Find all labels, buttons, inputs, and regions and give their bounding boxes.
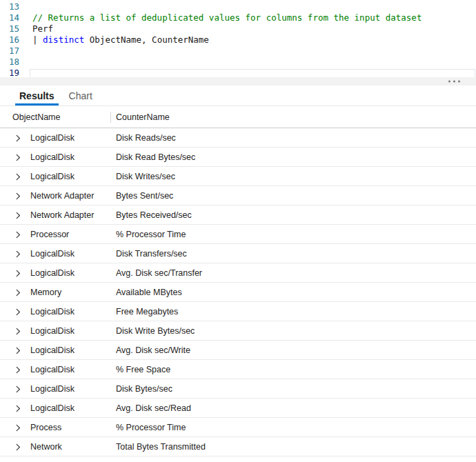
cell-objectname: LogicalDisk <box>30 268 110 278</box>
code-line[interactable]: 14 // Returns a list of deduplicated val… <box>0 12 476 23</box>
cell-objectname: LogicalDisk <box>30 249 110 259</box>
grip-dots-icon <box>448 81 460 83</box>
cell-countername: Avg. Disk sec/Transfer <box>116 268 476 278</box>
expand-chevron-icon[interactable] <box>11 421 25 434</box>
tab-chart[interactable]: Chart <box>65 86 97 106</box>
expand-chevron-icon[interactable] <box>11 305 25 319</box>
table-row[interactable]: LogicalDisk Disk Writes/sec <box>0 167 476 186</box>
cell-objectname: LogicalDisk <box>30 365 110 374</box>
cell-countername: Avg. Disk sec/Read <box>116 403 476 413</box>
table-row[interactable]: LogicalDisk Disk Read Bytes/sec <box>0 148 476 167</box>
tab-results[interactable]: Results <box>15 86 59 106</box>
cell-countername: Available MBytes <box>116 288 476 297</box>
line-number: 15 <box>0 23 19 34</box>
expand-chevron-icon[interactable] <box>11 382 25 396</box>
cell-objectname: Network Adapter <box>30 210 110 220</box>
table-row[interactable]: Network Adapter Bytes Sent/sec <box>0 186 476 205</box>
cell-countername: Free Megabytes <box>116 307 476 317</box>
cell-countername: % Free Space <box>116 365 476 374</box>
line-number: 16 <box>0 34 19 46</box>
code-line[interactable]: 13 <box>0 1 476 12</box>
table-header: ObjectName CounterName <box>0 106 476 128</box>
panel-resize-handle[interactable] <box>0 77 476 86</box>
line-number: 17 <box>0 46 19 57</box>
line-number: 13 <box>0 1 19 12</box>
cell-objectname: Processor <box>30 230 110 239</box>
table-row[interactable]: Process % Processor Time <box>0 418 476 437</box>
expand-chevron-icon[interactable] <box>11 170 25 183</box>
cell-objectname: LogicalDisk <box>30 326 110 336</box>
expand-chevron-icon[interactable] <box>11 401 25 415</box>
cell-countername: % Processor Time <box>116 423 476 432</box>
results-tabbar: Results Chart <box>0 86 476 106</box>
code-segment-plain: | <box>32 34 43 45</box>
code-line[interactable]: 18 <box>0 57 476 68</box>
cell-objectname: Network Adapter <box>30 191 110 201</box>
cell-objectname: LogicalDisk <box>30 403 110 413</box>
table-row[interactable]: LogicalDisk Disk Transfers/sec <box>0 244 476 263</box>
table-row[interactable]: LogicalDisk Disk Write Bytes/sec <box>0 321 476 341</box>
expand-chevron-icon[interactable] <box>11 266 25 280</box>
cell-countername: Bytes Sent/sec <box>116 191 476 201</box>
code-segment-plain: Perf <box>32 23 53 34</box>
code-text: // Returns a list of deduplicated values… <box>32 12 422 23</box>
table-row[interactable]: LogicalDisk Disk Bytes/sec <box>0 379 476 399</box>
expand-chevron-icon[interactable] <box>11 247 25 261</box>
log-analytics-query-view: 13 14 // Returns a list of deduplicated … <box>0 0 476 462</box>
code-text: | distinct ObjectName, CounterName <box>32 34 209 46</box>
expand-chevron-icon[interactable] <box>11 363 25 376</box>
column-header-countername[interactable]: CounterName <box>116 112 170 122</box>
cell-objectname: Network <box>30 442 110 452</box>
expand-chevron-icon[interactable] <box>11 150 25 164</box>
code-line[interactable]: 17 <box>0 46 476 57</box>
expand-chevron-icon[interactable] <box>11 228 25 241</box>
code-line[interactable]: 19 <box>0 68 476 77</box>
expand-chevron-icon[interactable] <box>11 189 25 203</box>
cell-objectname: LogicalDisk <box>30 133 110 143</box>
code-line[interactable]: 15 Perf <box>0 23 476 34</box>
table-row[interactable]: LogicalDisk Disk Reads/sec <box>0 128 476 148</box>
cell-objectname: LogicalDisk <box>30 172 110 181</box>
code-line[interactable]: 16 | distinct ObjectName, CounterName <box>0 34 476 46</box>
column-resize-divider[interactable] <box>110 112 111 123</box>
expand-chevron-icon[interactable] <box>11 285 25 299</box>
expand-chevron-icon[interactable] <box>11 131 25 145</box>
query-editor[interactable]: 13 14 // Returns a list of deduplicated … <box>0 0 476 77</box>
expand-chevron-icon[interactable] <box>11 208 25 222</box>
table-row[interactable]: LogicalDisk % Free Space <box>0 360 476 379</box>
results-table: LogicalDisk Disk Reads/sec LogicalDisk D… <box>0 128 476 456</box>
cell-objectname: LogicalDisk <box>30 384 110 394</box>
line-number: 19 <box>0 68 19 77</box>
cell-countername: Bytes Received/sec <box>116 210 476 220</box>
table-row[interactable]: Network Total Bytes Transmitted <box>0 437 476 456</box>
table-row[interactable]: LogicalDisk Free Megabytes <box>0 302 476 321</box>
code-segment-comment: // Returns a list of deduplicated values… <box>32 12 422 23</box>
code-text: Perf <box>32 23 53 34</box>
cell-objectname: LogicalDisk <box>30 307 110 317</box>
code-text <box>30 69 475 78</box>
expand-chevron-icon[interactable] <box>11 440 25 454</box>
cell-objectname: LogicalDisk <box>30 152 110 162</box>
code-lines: 13 14 // Returns a list of deduplicated … <box>0 1 476 77</box>
expand-chevron-icon[interactable] <box>11 324 25 338</box>
cell-countername: Total Bytes Transmitted <box>116 442 476 452</box>
table-row[interactable]: Network Adapter Bytes Received/sec <box>0 205 476 225</box>
cell-countername: % Processor Time <box>116 230 476 239</box>
column-header-objectname[interactable]: ObjectName <box>12 112 60 122</box>
code-segment-plain: ObjectName, CounterName <box>84 34 209 45</box>
table-row[interactable]: LogicalDisk Avg. Disk sec/Read <box>0 399 476 418</box>
cell-objectname: Process <box>30 423 110 432</box>
cell-countername: Disk Read Bytes/sec <box>116 152 476 162</box>
expand-chevron-icon[interactable] <box>11 343 25 357</box>
cell-countername: Disk Write Bytes/sec <box>116 326 476 336</box>
table-row[interactable]: Memory Available MBytes <box>0 283 476 302</box>
cell-objectname: LogicalDisk <box>30 345 110 355</box>
tab-results-label: Results <box>19 90 54 101</box>
table-row[interactable]: LogicalDisk Avg. Disk sec/Write <box>0 341 476 360</box>
line-number: 18 <box>0 57 19 68</box>
cell-countername: Disk Writes/sec <box>116 172 476 181</box>
table-row[interactable]: Processor % Processor Time <box>0 225 476 244</box>
table-row[interactable]: LogicalDisk Avg. Disk sec/Transfer <box>0 263 476 283</box>
cell-countername: Disk Bytes/sec <box>116 384 476 394</box>
code-segment-keyword: distinct <box>43 34 84 45</box>
